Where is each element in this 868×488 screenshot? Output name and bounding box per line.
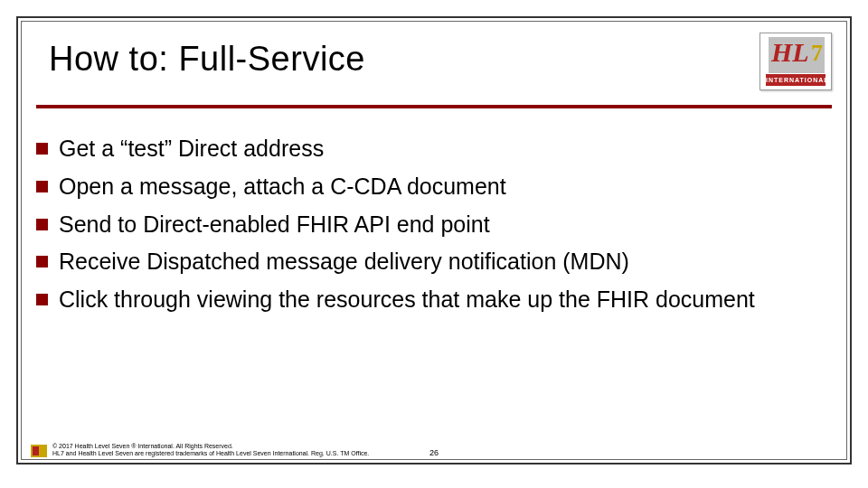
list-item: Get a “test” Direct address <box>36 134 832 164</box>
bullet-text: Open a message, attach a C-CDA document <box>59 172 506 202</box>
bullet-icon <box>36 143 48 155</box>
bullet-text: Send to Direct-enabled FHIR API end poin… <box>59 210 490 240</box>
page-number: 26 <box>429 448 439 457</box>
list-item: Receive Dispatched message delivery noti… <box>36 247 832 277</box>
bullet-text: Click through viewing the resources that… <box>59 285 755 315</box>
footer-line-1: © 2017 Health Level Seven ® Internationa… <box>52 443 369 450</box>
hl7-logo-banner: INTERNATIONAL <box>766 74 826 86</box>
bullet-icon <box>36 256 48 267</box>
bullet-icon <box>36 294 48 305</box>
bullet-icon <box>36 219 48 230</box>
hl7-logo: HL 7 INTERNATIONAL <box>760 33 832 90</box>
bullet-icon <box>36 181 48 192</box>
hl7-small-logo-icon <box>31 445 47 457</box>
list-item: Open a message, attach a C-CDA document <box>36 172 832 202</box>
slide: How to: Full-Service HL 7 INTERNATIONAL … <box>0 0 868 488</box>
hl7-logo-hl: HL <box>771 39 809 66</box>
list-item: Send to Direct-enabled FHIR API end poin… <box>36 210 832 240</box>
hl7-logo-inner: HL 7 INTERNATIONAL <box>760 33 832 90</box>
list-item: Click through viewing the resources that… <box>36 285 832 315</box>
bullet-list: Get a “test” Direct address Open a messa… <box>36 134 832 323</box>
bullet-text: Get a “test” Direct address <box>59 134 324 164</box>
footer-text: © 2017 Health Level Seven ® Internationa… <box>52 443 369 457</box>
bullet-text: Receive Dispatched message delivery noti… <box>59 247 629 277</box>
hl7-logo-seven: 7 <box>811 42 823 65</box>
footer-line-2: HL7 and Health Level Seven are registere… <box>52 450 369 457</box>
slide-title: How to: Full-Service <box>49 40 365 79</box>
title-row: How to: Full-Service HL 7 INTERNATIONAL <box>49 33 832 90</box>
title-divider <box>36 105 832 108</box>
